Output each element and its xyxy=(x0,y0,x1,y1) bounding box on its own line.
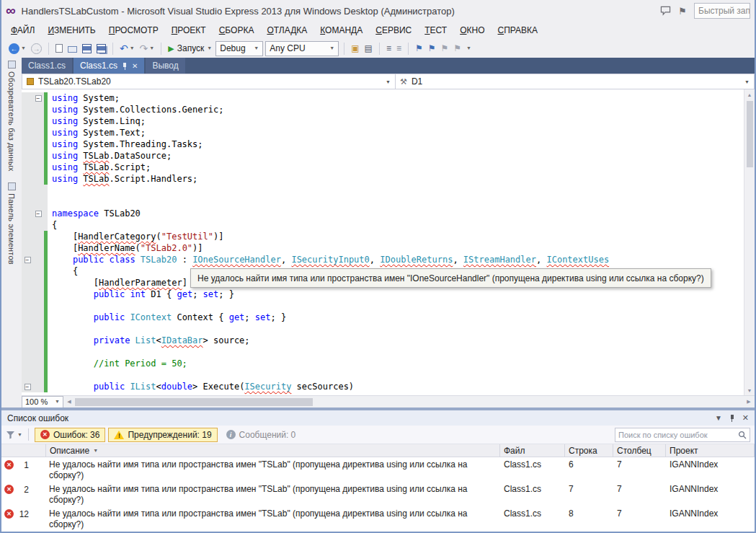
code-line-18[interactable]: public int D1 { get; set; } xyxy=(22,288,744,300)
solution-explorer-button[interactable]: ▣ xyxy=(350,40,360,56)
horizontal-scrollbar[interactable]: ◀ ▶ xyxy=(63,396,755,408)
fold-marker-icon[interactable]: − xyxy=(35,95,42,102)
platform-combobox[interactable]: Any CPU▼ xyxy=(265,41,339,56)
new-file-button[interactable] xyxy=(54,40,64,56)
navigate-forward-button[interactable]: → xyxy=(30,40,43,56)
pin-icon[interactable] xyxy=(729,414,735,422)
error-row[interactable]: ✕12Не удалось найти имя типа или простра… xyxy=(1,506,755,531)
menu-item-8[interactable]: ТЕСТ xyxy=(418,22,453,39)
doc-tab-1[interactable]: Class1.cs✕ xyxy=(74,58,144,74)
messages-toggle-button[interactable]: i Сообщений: 0 xyxy=(221,428,302,442)
decrease-indent-button[interactable]: ≡ xyxy=(385,40,393,56)
code-line-10[interactable] xyxy=(22,196,744,208)
scrollbar-thumb[interactable] xyxy=(75,398,313,406)
close-icon[interactable]: ✕ xyxy=(742,413,749,423)
code-line-24[interactable]: //int Period = 50; xyxy=(22,358,744,369)
code-line-25[interactable] xyxy=(22,369,744,381)
code-line-22[interactable]: private List<IDataBar> source; xyxy=(22,335,744,346)
menu-item-1[interactable]: ИЗМЕНИТЬ xyxy=(41,22,102,39)
sidebar-tab-database-explorer[interactable]: Обозреватель баз данных xyxy=(7,61,16,171)
code-line-4[interactable]: using System.Text; xyxy=(22,127,744,138)
save-button[interactable] xyxy=(81,40,93,56)
menu-item-10[interactable]: СПРАВКА xyxy=(492,22,545,39)
clear-bookmarks-button[interactable]: ⚑ xyxy=(452,40,463,56)
errors-toggle-button[interactable]: ✕ Ошибок: 36 xyxy=(35,428,105,442)
start-debug-button[interactable]: ▶Запуск▼ xyxy=(166,40,213,56)
code-line-6[interactable]: using TSLab.DataSource; xyxy=(22,150,744,162)
close-icon[interactable]: ✕ xyxy=(132,62,138,70)
doc-tab-2[interactable]: Вывод xyxy=(146,58,184,74)
menu-item-0[interactable]: ФАЙЛ xyxy=(4,22,41,39)
code-line-9[interactable] xyxy=(22,185,744,196)
undo-button[interactable]: ↶▼ xyxy=(118,40,136,56)
window-position-icon[interactable]: ▼ xyxy=(715,414,722,422)
feedback-icon[interactable] xyxy=(660,6,671,16)
column-header-description[interactable]: Описание▼ xyxy=(46,444,500,457)
filter-button[interactable]: ▼ xyxy=(6,431,22,439)
doc-tab-0[interactable]: Class1.cs xyxy=(22,58,72,74)
quick-launch-input[interactable]: Быстрый зап xyxy=(694,3,750,19)
code-line-1[interactable]: −using System; xyxy=(22,92,744,104)
code-line-15[interactable]: − public class TSLab20 : IOneSourceHandl… xyxy=(22,254,744,265)
scroll-down-icon[interactable]: ▼ xyxy=(744,385,755,395)
code-line-12[interactable]: { xyxy=(22,219,744,231)
code-line-19[interactable] xyxy=(22,300,744,312)
code-line-8[interactable]: using TSLab.Script.Handlers; xyxy=(22,173,744,185)
properties-window-button[interactable]: ▤ xyxy=(363,40,374,56)
pin-icon[interactable] xyxy=(122,62,128,70)
column-header-file[interactable]: Файл xyxy=(500,444,565,457)
code-line-3[interactable]: using System.Linq; xyxy=(22,115,744,127)
scrollbar-thumb[interactable] xyxy=(747,101,753,167)
vertical-scrollbar[interactable]: ▲ ▼ xyxy=(744,89,755,395)
navigate-back-button[interactable]: ←▼ xyxy=(7,40,27,56)
search-icon[interactable] xyxy=(738,431,747,439)
fold-marker-icon[interactable]: − xyxy=(25,257,31,263)
menu-item-3[interactable]: ПРОЕКТ xyxy=(165,22,213,39)
menu-item-5[interactable]: ОТЛАДКА xyxy=(260,22,313,39)
toolbar-overflow-button[interactable]: ▼ xyxy=(465,40,473,56)
sidebar-tab-toolbox[interactable]: Панель элементов xyxy=(7,182,16,265)
menu-item-2[interactable]: ПРОСМОТР xyxy=(102,22,165,39)
toggle-bookmark-button[interactable]: ⚑ xyxy=(414,40,424,56)
code-line-20[interactable]: public IContext Context { get; set; } xyxy=(22,312,744,323)
prev-bookmark-button[interactable]: ⚑ xyxy=(427,40,437,56)
warnings-toggle-button[interactable]: Предупреждений: 19 xyxy=(108,428,217,442)
menu-item-9[interactable]: ОКНО xyxy=(453,22,491,39)
code-line-11[interactable]: −namespace TSLab20 xyxy=(22,208,744,219)
save-all-button[interactable] xyxy=(95,40,107,56)
code-editor[interactable]: −using System;using System.Collections.G… xyxy=(22,89,755,395)
error-search-input[interactable] xyxy=(618,431,735,439)
column-header-column[interactable]: Столбец xyxy=(613,444,666,457)
redo-button[interactable]: ↷▼ xyxy=(138,40,156,56)
scroll-right-icon[interactable]: ▶ xyxy=(743,399,755,405)
zoom-combobox[interactable]: 100 %▼ xyxy=(22,396,63,408)
menu-item-6[interactable]: КОМАНДА xyxy=(313,22,369,39)
code-line-7[interactable]: using TSLab.Script; xyxy=(22,162,744,173)
menu-item-7[interactable]: СЕРВИС xyxy=(369,22,418,39)
code-line-26[interactable]: − public IList<double> Execute(ISecurity… xyxy=(22,381,744,392)
scroll-left-icon[interactable]: ◀ xyxy=(63,399,75,405)
increase-indent-button[interactable]: ≡ xyxy=(395,40,403,56)
notifications-flag-icon[interactable]: ⚑ xyxy=(678,6,687,17)
code-area[interactable]: −using System;using System.Collections.G… xyxy=(22,89,744,395)
member-combobox[interactable]: ⚒ D1 ▼ xyxy=(396,74,754,89)
code-line-13[interactable]: [HandlerCategory("TestUtil")] xyxy=(22,231,744,242)
column-header-line[interactable]: Строка xyxy=(565,444,613,457)
code-line-2[interactable]: using System.Collections.Generic; xyxy=(22,104,744,115)
scroll-up-icon[interactable]: ▲ xyxy=(744,89,755,100)
column-header-project[interactable]: Проект xyxy=(666,444,755,457)
open-file-button[interactable] xyxy=(66,40,79,56)
column-header-icon[interactable] xyxy=(1,444,46,457)
error-row[interactable]: ✕2Не удалось найти имя типа или простран… xyxy=(1,482,755,506)
type-combobox[interactable]: TSLab20.TSLab20 ▼ xyxy=(22,74,396,89)
fold-marker-icon[interactable]: − xyxy=(25,384,31,390)
next-bookmark-button[interactable]: ⚑ xyxy=(439,40,450,56)
code-line-23[interactable] xyxy=(22,346,744,358)
fold-marker-icon[interactable]: − xyxy=(35,211,42,217)
menu-item-4[interactable]: СБОРКА xyxy=(213,22,261,39)
configuration-combobox[interactable]: Debug▼ xyxy=(215,41,263,56)
code-line-14[interactable]: [HandlerName("TSLab2.0")] xyxy=(22,242,744,254)
code-line-21[interactable] xyxy=(22,323,744,335)
code-line-5[interactable]: using System.Threading.Tasks; xyxy=(22,138,744,150)
error-row[interactable]: ✕1Не удалось найти имя типа или простран… xyxy=(1,457,755,482)
